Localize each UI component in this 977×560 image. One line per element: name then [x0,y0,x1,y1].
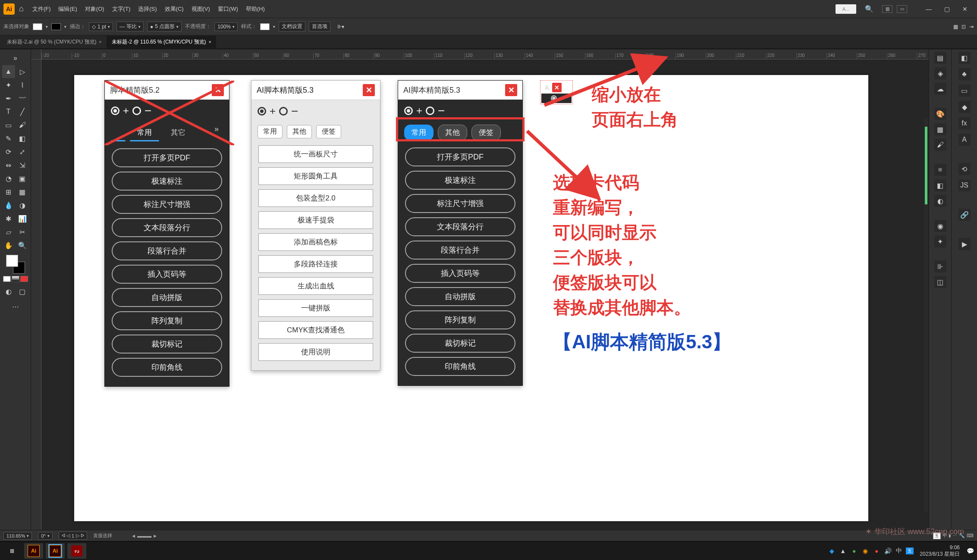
doc-tab-2[interactable]: 未标题-2 @ 110.65 % (CMYK/CPU 预览)× [107,36,216,48]
minus-icon[interactable]: − [291,104,298,118]
eyedropper-tool[interactable]: 💧 [2,199,15,212]
plus-icon[interactable]: + [123,105,129,117]
mini-panel-indicator[interactable]: A... [836,4,856,14]
properties-panel-icon[interactable]: ▤ [934,52,946,64]
chevron-expand-icon[interactable]: » [214,125,223,141]
tray-up-icon[interactable]: ▲ [839,547,847,555]
workspace-icon[interactable]: ▭ [897,5,907,13]
ruler-vertical[interactable] [31,59,41,530]
graph-tool[interactable]: 📊 [16,212,29,225]
script-button[interactable]: 插入页码等 [112,265,222,284]
tab-notes[interactable]: 便签 [316,125,341,138]
script-button[interactable]: 使用说明 [258,343,373,361]
script-button[interactable]: 段落行合并 [405,241,515,260]
pen-tool[interactable]: ✒ [2,92,15,105]
panel-icon[interactable]: ♣ [958,68,971,80]
scale-tool[interactable]: ⤢ [16,145,29,158]
type-tool[interactable]: T [2,105,15,118]
script-button[interactable]: 打开多页PDF [405,147,515,166]
screen-mode-icon[interactable]: ▢ [16,285,29,298]
script-button[interactable]: 标注尺寸增强 [112,195,222,214]
menu-effect[interactable]: 效果(C) [165,5,184,13]
script-button[interactable]: 文本段落分行 [112,218,222,237]
script-button[interactable]: 印前角线 [112,358,222,377]
preferences-button[interactable]: 首选项 [309,22,330,31]
ime-keyboard-icon[interactable]: ⌨ [967,533,974,538]
color-mode-icon[interactable] [3,276,11,282]
ime-mode-icon[interactable]: 五 [906,547,914,554]
shaper-tool[interactable]: ✎ [2,132,15,145]
script-button[interactable]: 阵列复制 [405,310,515,329]
tab-common[interactable]: 常用 [130,125,159,141]
appearance-panel-icon[interactable]: ◉ [934,220,946,232]
magic-wand-tool[interactable]: ✦ [2,78,15,91]
panel-icon[interactable]: 🔗 [958,209,971,221]
style-swatch[interactable] [260,23,270,30]
scrollbar-horizontal[interactable]: ◄ ▬▬▬ ► [131,533,157,538]
tray-icon[interactable]: ◆ [827,547,836,555]
script-button[interactable]: 自动拼版 [405,287,515,306]
tab-other[interactable]: 其他 [438,125,467,141]
tab-common[interactable]: 常用 [258,125,283,138]
doc-tab-1[interactable]: 未标题-2.ai @ 50 % (CMYK/CPU 预览)× [2,36,107,48]
align-icon[interactable]: ⊪▾ [337,24,344,30]
menu-object[interactable]: 对象(O) [85,5,104,13]
script-button[interactable]: 插入页码等 [405,264,515,283]
menu-type[interactable]: 文字(T) [112,5,131,13]
gradient-mode-icon[interactable] [12,276,19,282]
radio-filled-icon[interactable] [404,106,413,115]
grid-toggle-icon[interactable]: ▦ [953,24,958,30]
panel-icon[interactable]: ◆ [958,101,971,113]
script-button[interactable]: 文本段落分行 [405,217,515,236]
fill-color-swatch[interactable] [6,255,18,267]
free-transform-tool[interactable]: ⇲ [16,159,29,172]
radio-filled-icon[interactable] [111,106,119,115]
toolbar-chevron-icon[interactable]: » [2,52,29,65]
radio-empty-icon[interactable] [132,106,141,115]
maximize-button[interactable]: ▢ [938,3,955,15]
taskbar-app[interactable]: ᔓ [67,543,86,559]
script-button[interactable]: CMYK查找潘通色 [258,321,373,339]
edit-toolbar-button[interactable]: ⋯ [2,300,29,313]
script-button[interactable]: 极速标注 [112,172,222,191]
home-icon[interactable]: ⌂ [19,4,24,13]
graphic-styles-panel-icon[interactable]: ✦ [934,235,946,247]
mesh-tool[interactable]: ⊞ [2,185,15,198]
script-button[interactable]: 标注尺寸增强 [405,194,515,213]
minus-icon[interactable]: − [438,104,445,118]
notification-icon[interactable]: 💬 [966,547,974,555]
taskbar-clock[interactable]: 9:06 2023/8/13 星期日 [920,544,960,557]
layers-panel-icon[interactable]: ◈ [934,67,946,79]
selection-tool[interactable]: ▲ [2,65,15,78]
hand-tool[interactable]: ✋ [2,239,15,252]
expand-panels-icon[interactable]: ⇥ [969,24,974,30]
close-button[interactable]: ✕ [505,84,517,96]
start-button[interactable]: ⊞ [3,543,22,559]
minimize-button[interactable]: — [920,3,937,15]
tab-notes[interactable]: 便签 [471,125,501,141]
rectangle-tool[interactable]: ▭ [2,119,15,131]
tab-common[interactable]: 常用 [404,125,434,141]
ime-tray-icon[interactable]: 中 [895,547,903,555]
tab-other[interactable]: 其它 [163,125,193,141]
opacity-dropdown[interactable]: 100% ▾ [214,22,238,31]
draw-mode-icon[interactable]: ◐ [2,285,15,298]
close-icon[interactable]: × [209,40,211,44]
panel-icon[interactable]: fx [958,117,971,129]
volume-icon[interactable]: 🔊 [883,547,892,555]
gradient-panel-icon[interactable]: ◧ [934,179,946,191]
libraries-panel-icon[interactable]: ☁ [934,83,946,95]
arrange-icon[interactable]: ▥ [882,5,892,13]
panel-icon[interactable]: ◧ [958,52,971,64]
search-icon[interactable]: 🔍 [865,5,873,13]
script-button[interactable]: 包装盒型2.0 [258,189,373,207]
radio-empty-icon[interactable] [279,107,288,116]
close-icon[interactable]: × [99,40,102,44]
zoom-dropdown[interactable]: 110.65% ▾ [3,532,32,540]
script-button[interactable]: 统一画板尺寸 [258,145,373,163]
radio-empty-icon[interactable] [426,106,434,115]
script-button[interactable]: 多段路径连接 [258,255,373,273]
blend-tool[interactable]: ◑ [16,199,29,212]
brush-tool[interactable]: 🖌 [16,119,29,131]
doc-setup-button[interactable]: 文档设置 [279,22,305,31]
